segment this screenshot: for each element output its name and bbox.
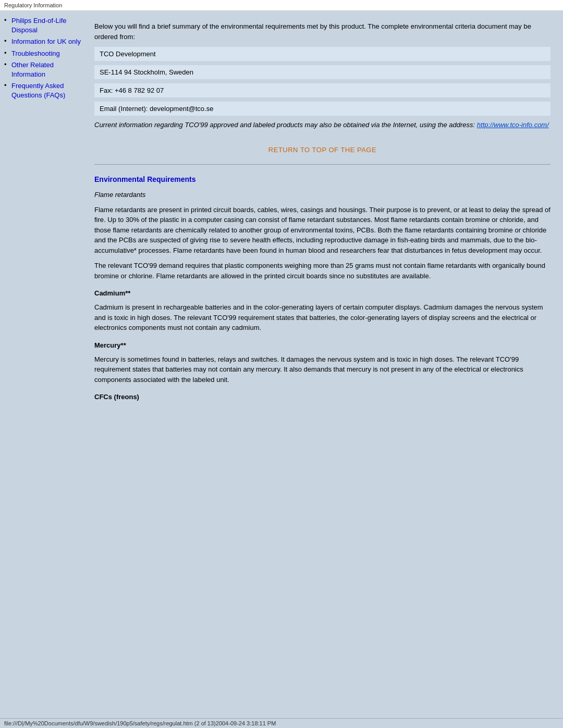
content-area: Below you will find a brief summary of t… xyxy=(86,11,563,714)
main-layout: • Philips End-of-Life Disposal • Informa… xyxy=(0,11,563,714)
list-item: • Philips End-of-Life Disposal xyxy=(4,16,82,35)
mercury-paragraph: Mercury is sometimes found in batteries,… xyxy=(94,354,550,385)
divider xyxy=(94,164,550,165)
sidebar: • Philips End-of-Life Disposal • Informa… xyxy=(0,11,86,714)
sidebar-item-faq: • Frequently Asked Questions (FAQs) xyxy=(4,81,82,100)
flame-subtitle: Flame retardants xyxy=(94,191,550,199)
intro-text: Below you will find a brief summary of t… xyxy=(94,21,550,42)
flame-paragraph-1: Flame retardants are present in printed … xyxy=(94,205,550,256)
env-requirements-title: Environmental Requirements xyxy=(94,175,550,183)
return-to-top: RETURN TO TOP OF THE PAGE xyxy=(94,146,550,154)
return-link[interactable]: RETURN TO TOP OF THE PAGE xyxy=(268,146,376,154)
list-item: • Information for UK only xyxy=(4,37,82,46)
tco-block-2: SE-114 94 Stockholm, Sweden xyxy=(94,65,550,79)
sidebar-link-other[interactable]: Other Related Information xyxy=(11,60,82,79)
sidebar-item-philips: • Philips End-of-Life Disposal xyxy=(4,16,82,35)
tco-info-link[interactable]: http://www.tco-info.com/ xyxy=(477,121,549,129)
cadmium-heading: Cadmium** xyxy=(94,289,550,297)
list-item: • Frequently Asked Questions (FAQs) xyxy=(4,81,82,100)
sidebar-link-troubleshooting[interactable]: Troubleshooting xyxy=(11,49,60,58)
list-item: • Other Related Information xyxy=(4,60,82,79)
bullet-dot: • xyxy=(4,16,9,24)
cfcs-heading: CFCs (freons) xyxy=(94,393,550,401)
italic-note: Current information regarding TCO'99 app… xyxy=(94,120,550,130)
sidebar-item-uk: • Information for UK only xyxy=(4,37,82,46)
sidebar-item-trouble: • Troubleshooting xyxy=(4,49,82,58)
tco-block-3: Fax: +46 8 782 92 07 xyxy=(94,83,550,97)
top-bar: Regulatory Information xyxy=(0,0,563,11)
bullet-dot: • xyxy=(4,81,9,89)
cadmium-paragraph: Cadmium is present in rechargeable batte… xyxy=(94,302,550,333)
bullet-dot: • xyxy=(4,37,9,45)
list-item: • Troubleshooting xyxy=(4,49,82,58)
sidebar-link-philips[interactable]: Philips End-of-Life Disposal xyxy=(11,16,82,35)
mercury-heading: Mercury** xyxy=(94,341,550,349)
sidebar-item-other: • Other Related Information xyxy=(4,60,82,79)
sidebar-nav: • Philips End-of-Life Disposal • Informa… xyxy=(4,16,82,101)
sidebar-link-uk[interactable]: Information for UK only xyxy=(11,37,81,46)
tco-block-4: Email (Internet): development@tco.se xyxy=(94,102,550,116)
bullet-dot: • xyxy=(4,49,9,57)
bullet-dot: • xyxy=(4,60,9,68)
page-title: Regulatory Information xyxy=(4,2,62,8)
sidebar-link-faq[interactable]: Frequently Asked Questions (FAQs) xyxy=(11,81,82,100)
flame-paragraph-2: The relevant TCO'99 demand requires that… xyxy=(94,261,550,281)
tco-block-1: TCO Development xyxy=(94,47,550,61)
